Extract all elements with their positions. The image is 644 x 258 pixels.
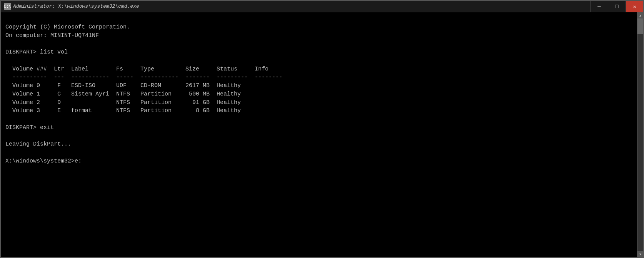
scrollbar[interactable]: ▲ ▼: [637, 12, 643, 257]
cmd-window: C:\ Administrator: X:\windows\system32\c…: [0, 0, 644, 258]
console-content[interactable]: Copyright (C) Microsoft Corporation. On …: [1, 12, 637, 257]
window-body: Copyright (C) Microsoft Corporation. On …: [1, 12, 643, 257]
maximize-button[interactable]: □: [608, 1, 626, 12]
console-output: Copyright (C) Microsoft Corporation. On …: [5, 15, 632, 255]
title-bar: C:\ Administrator: X:\windows\system32\c…: [1, 1, 643, 12]
scroll-up-button[interactable]: ▲: [637, 12, 644, 18]
cmd-icon: C:\: [4, 3, 11, 10]
scroll-down-button[interactable]: ▼: [637, 251, 644, 257]
window-title: Administrator: X:\windows\system32\cmd.e…: [13, 3, 139, 9]
close-button[interactable]: ✕: [626, 1, 643, 12]
scroll-track[interactable]: [637, 18, 644, 251]
scroll-thumb[interactable]: [637, 18, 644, 34]
window-controls: ─ □ ✕: [590, 1, 643, 12]
minimize-button[interactable]: ─: [590, 1, 608, 12]
